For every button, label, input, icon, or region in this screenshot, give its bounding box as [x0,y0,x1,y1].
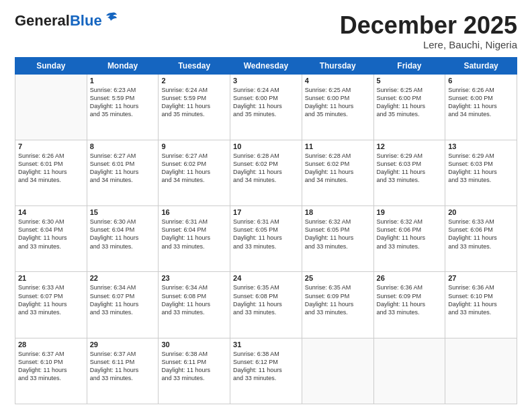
day-number: 31 [233,340,299,349]
day-number: 4 [305,77,371,85]
cell-info: Sunrise: 6:32 AMSunset: 6:05 PMDaylight:… [305,218,371,250]
day-number: 20 [448,208,514,216]
calendar-cell: 29Sunrise: 6:37 AMSunset: 6:11 PMDayligh… [87,338,159,404]
logo-general: GeneralBlue [15,12,102,30]
day-number: 13 [448,142,514,150]
day-number: 8 [90,142,156,150]
calendar-cell: 26Sunrise: 6:36 AMSunset: 6:09 PMDayligh… [373,272,445,338]
calendar-cell: 2Sunrise: 6:24 AMSunset: 5:59 PMDaylight… [159,74,230,140]
calendar-week-row: 14Sunrise: 6:30 AMSunset: 6:04 PMDayligh… [15,206,517,272]
cell-info: Sunrise: 6:25 AMSunset: 6:00 PMDaylight:… [305,86,371,119]
cell-info: Sunrise: 6:31 AMSunset: 6:04 PMDaylight:… [161,218,227,250]
logo-bird-icon [103,11,118,26]
cell-info: Sunrise: 6:33 AMSunset: 6:07 PMDaylight:… [18,283,84,316]
day-number: 17 [233,208,299,216]
day-number: 6 [448,77,514,85]
day-number: 3 [233,77,299,85]
day-number: 25 [305,274,371,282]
calendar-cell: 1Sunrise: 6:23 AMSunset: 5:59 PMDaylight… [87,74,159,140]
calendar-cell: 31Sunrise: 6:38 AMSunset: 6:12 PMDayligh… [230,338,302,404]
cell-info: Sunrise: 6:23 AMSunset: 5:59 PMDaylight:… [90,86,156,119]
day-number: 21 [18,274,84,282]
calendar-cell: 21Sunrise: 6:33 AMSunset: 6:07 PMDayligh… [15,272,87,338]
calendar-cell: 14Sunrise: 6:30 AMSunset: 6:04 PMDayligh… [15,206,87,272]
calendar-cell: 18Sunrise: 6:32 AMSunset: 6:05 PMDayligh… [302,206,373,272]
calendar-cell: 16Sunrise: 6:31 AMSunset: 6:04 PMDayligh… [159,206,230,272]
day-number: 24 [233,274,299,282]
cell-info: Sunrise: 6:26 AMSunset: 6:00 PMDaylight:… [448,86,514,119]
cell-info: Sunrise: 6:37 AMSunset: 6:10 PMDaylight:… [18,350,84,383]
cell-info: Sunrise: 6:35 AMSunset: 6:08 PMDaylight:… [233,283,299,316]
cell-info: Sunrise: 6:24 AMSunset: 5:59 PMDaylight:… [161,86,227,119]
calendar-cell: 24Sunrise: 6:35 AMSunset: 6:08 PMDayligh… [230,272,302,338]
cell-info: Sunrise: 6:34 AMSunset: 6:08 PMDaylight:… [161,283,227,316]
calendar-cell: 27Sunrise: 6:36 AMSunset: 6:10 PMDayligh… [445,272,517,338]
day-number: 9 [161,142,227,150]
calendar-cell: 19Sunrise: 6:32 AMSunset: 6:06 PMDayligh… [373,206,445,272]
cell-info: Sunrise: 6:36 AMSunset: 6:10 PMDaylight:… [448,283,514,316]
day-number: 18 [305,208,371,216]
day-number: 2 [161,77,227,85]
day-number: 12 [377,142,443,150]
logo-blue: Blue [70,12,102,29]
weekday-header: Friday [373,57,445,74]
weekday-header: Tuesday [159,57,230,74]
calendar-cell: 12Sunrise: 6:29 AMSunset: 6:03 PMDayligh… [373,140,445,205]
day-number: 19 [377,208,443,216]
calendar-cell: 20Sunrise: 6:33 AMSunset: 6:06 PMDayligh… [445,206,517,272]
weekday-header: Sunday [15,57,87,74]
month-title: December 2025 [340,12,517,39]
cell-info: Sunrise: 6:29 AMSunset: 6:03 PMDaylight:… [448,152,514,185]
cell-info: Sunrise: 6:35 AMSunset: 6:09 PMDaylight:… [305,283,371,316]
calendar-cell: 22Sunrise: 6:34 AMSunset: 6:07 PMDayligh… [87,272,159,338]
cell-info: Sunrise: 6:38 AMSunset: 6:11 PMDaylight:… [161,350,227,383]
calendar-cell: 3Sunrise: 6:24 AMSunset: 6:00 PMDaylight… [230,74,302,140]
cell-info: Sunrise: 6:28 AMSunset: 6:02 PMDaylight:… [305,152,371,185]
day-number: 30 [161,340,227,349]
calendar-cell: 6Sunrise: 6:26 AMSunset: 6:00 PMDaylight… [445,74,517,140]
calendar-cell: 5Sunrise: 6:25 AMSunset: 6:00 PMDaylight… [373,74,445,140]
day-number: 28 [18,340,84,349]
calendar-cell: 17Sunrise: 6:31 AMSunset: 6:05 PMDayligh… [230,206,302,272]
calendar-cell: 13Sunrise: 6:29 AMSunset: 6:03 PMDayligh… [445,140,517,205]
weekday-header: Thursday [302,57,373,74]
cell-info: Sunrise: 6:31 AMSunset: 6:05 PMDaylight:… [233,218,299,250]
calendar-cell [373,338,445,404]
calendar-cell: 28Sunrise: 6:37 AMSunset: 6:10 PMDayligh… [15,338,87,404]
cell-info: Sunrise: 6:24 AMSunset: 6:00 PMDaylight:… [233,86,299,119]
calendar-cell: 25Sunrise: 6:35 AMSunset: 6:09 PMDayligh… [302,272,373,338]
day-number: 1 [90,77,156,85]
calendar-table: SundayMondayTuesdayWednesdayThursdayFrid… [15,57,517,404]
calendar-cell [302,338,373,404]
calendar-cell: 10Sunrise: 6:28 AMSunset: 6:02 PMDayligh… [230,140,302,205]
cell-info: Sunrise: 6:37 AMSunset: 6:11 PMDaylight:… [90,350,156,383]
page: GeneralBlue December 2025 Lere, Bauchi, … [0,0,532,411]
calendar-cell: 30Sunrise: 6:38 AMSunset: 6:11 PMDayligh… [159,338,230,404]
calendar-cell: 15Sunrise: 6:30 AMSunset: 6:04 PMDayligh… [87,206,159,272]
cell-info: Sunrise: 6:27 AMSunset: 6:01 PMDaylight:… [90,152,156,185]
cell-info: Sunrise: 6:28 AMSunset: 6:02 PMDaylight:… [233,152,299,185]
cell-info: Sunrise: 6:25 AMSunset: 6:00 PMDaylight:… [377,86,443,119]
day-number: 27 [448,274,514,282]
cell-info: Sunrise: 6:33 AMSunset: 6:06 PMDaylight:… [448,218,514,250]
day-number: 7 [18,142,84,150]
weekday-header: Saturday [445,57,517,74]
location: Lere, Bauchi, Nigeria [340,39,517,50]
cell-info: Sunrise: 6:30 AMSunset: 6:04 PMDaylight:… [90,218,156,250]
day-number: 29 [90,340,156,349]
day-number: 23 [161,274,227,282]
day-number: 10 [233,142,299,150]
weekday-header-row: SundayMondayTuesdayWednesdayThursdayFrid… [15,57,517,74]
day-number: 26 [377,274,443,282]
day-number: 22 [90,274,156,282]
calendar-cell: 8Sunrise: 6:27 AMSunset: 6:01 PMDaylight… [87,140,159,205]
calendar-cell: 7Sunrise: 6:26 AMSunset: 6:01 PMDaylight… [15,140,87,205]
cell-info: Sunrise: 6:29 AMSunset: 6:03 PMDaylight:… [377,152,443,185]
cell-info: Sunrise: 6:36 AMSunset: 6:09 PMDaylight:… [377,283,443,316]
calendar-cell: 23Sunrise: 6:34 AMSunset: 6:08 PMDayligh… [159,272,230,338]
day-number: 14 [18,208,84,216]
calendar-cell [15,74,87,140]
cell-info: Sunrise: 6:27 AMSunset: 6:02 PMDaylight:… [161,152,227,185]
cell-info: Sunrise: 6:26 AMSunset: 6:01 PMDaylight:… [18,152,84,185]
cell-info: Sunrise: 6:34 AMSunset: 6:07 PMDaylight:… [90,283,156,316]
